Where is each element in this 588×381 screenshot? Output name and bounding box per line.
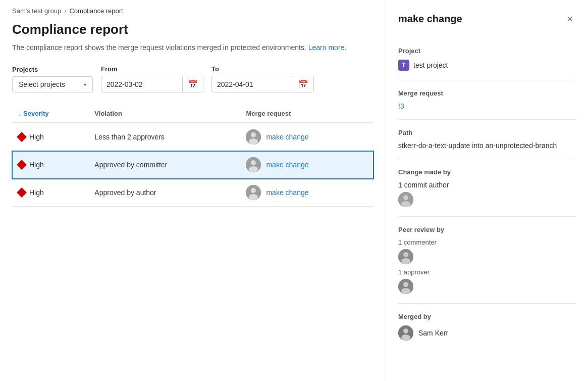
- panel-merged-by-section: Merged by Sam Kerr: [398, 304, 576, 350]
- from-label: From: [101, 65, 203, 73]
- high-severity-icon: [17, 132, 27, 142]
- svg-point-5: [249, 166, 258, 172]
- svg-point-20: [401, 335, 410, 341]
- filters-row: Projects Select projects ▾ From 📅 To 📅: [12, 65, 373, 92]
- from-filter: From 📅: [101, 65, 203, 92]
- col-merge-request[interactable]: Merge request: [240, 105, 373, 123]
- table-row[interactable]: HighLess than 2 approvers make change: [12, 123, 373, 151]
- project-label: Project: [398, 47, 576, 55]
- row-avatar: [246, 157, 261, 172]
- projects-label: Projects: [12, 66, 93, 73]
- svg-point-10: [403, 195, 408, 200]
- merge-request-label: Merge request: [398, 89, 576, 97]
- project-icon: T: [398, 60, 409, 71]
- col-severity[interactable]: ↓ Severity: [12, 105, 88, 123]
- merge-request-link[interactable]: make change: [266, 161, 308, 169]
- severity-cell: High: [12, 123, 88, 151]
- row-avatar: [246, 185, 261, 200]
- merged-by-name: Sam Kerr: [418, 329, 448, 337]
- severity-value: High: [29, 133, 44, 141]
- learn-more-link[interactable]: Learn more.: [308, 43, 346, 52]
- close-button[interactable]: ×: [564, 12, 576, 26]
- peer-review-commenter-sub: 1 commenter: [398, 239, 576, 246]
- peer-review-approver-sub: 1 approver: [398, 268, 576, 276]
- to-label: To: [211, 65, 314, 73]
- svg-point-2: [249, 138, 258, 145]
- left-panel: Sam's test group › Compliance report Com…: [0, 0, 386, 381]
- table-row[interactable]: HighApproved by committer make change: [12, 151, 373, 179]
- merge-request-cell: make change: [240, 151, 373, 179]
- severity-value: High: [29, 188, 44, 197]
- projects-select-value: Select projects: [19, 80, 65, 88]
- svg-point-16: [403, 282, 408, 287]
- change-made-by-sub: 1 commit author: [398, 181, 576, 189]
- peer-review-commenter-avatar: [398, 249, 413, 264]
- merged-by-label: Merged by: [398, 313, 576, 320]
- compliance-table: ↓ Severity Violation Merge request HighL…: [12, 105, 373, 207]
- to-date-input[interactable]: [212, 77, 293, 92]
- svg-point-14: [401, 258, 410, 264]
- peer-review-approver-avatar: [398, 279, 413, 294]
- path-label: Path: [398, 129, 576, 136]
- to-calendar-icon[interactable]: 📅: [293, 76, 313, 92]
- from-date-wrap: 📅: [101, 76, 203, 92]
- breadcrumb-current: Compliance report: [69, 7, 123, 15]
- merged-by-avatar: [398, 325, 413, 341]
- high-severity-icon: [17, 187, 27, 198]
- project-badge: T test project: [398, 60, 576, 71]
- panel-title: make change: [398, 13, 462, 25]
- project-name: test project: [413, 61, 448, 69]
- projects-select-button[interactable]: Select projects ▾: [12, 76, 93, 92]
- breadcrumb-separator: ›: [64, 7, 66, 15]
- table-row[interactable]: HighApproved by author make change: [12, 179, 373, 207]
- svg-point-13: [403, 252, 408, 257]
- page-title: Compliance report: [12, 22, 373, 37]
- from-date-input[interactable]: [101, 77, 182, 92]
- merge-request-link[interactable]: make change: [266, 133, 308, 141]
- path-value: stkerr-do-a-text-update into an-unprotec…: [398, 141, 576, 150]
- svg-point-4: [251, 160, 256, 165]
- change-made-by-avatar-row: [398, 192, 576, 207]
- severity-cell: High: [12, 151, 88, 179]
- change-made-by-label: Change made by: [398, 168, 576, 176]
- breadcrumb: Sam's test group › Compliance report: [12, 0, 373, 22]
- panel-peer-review-section: Peer review by 1 commenter 1 approver: [398, 217, 576, 304]
- projects-filter: Projects Select projects ▾: [12, 66, 93, 92]
- panel-merge-request-section: Merge request !3: [398, 80, 576, 120]
- svg-point-1: [251, 132, 256, 137]
- panel-change-made-by-section: Change made by 1 commit author: [398, 159, 576, 217]
- chevron-down-icon: ▾: [84, 82, 86, 87]
- merge-request-cell: make change: [240, 123, 373, 151]
- violation-cell: Approved by committer: [88, 151, 240, 179]
- merge-request-link[interactable]: !3: [398, 102, 404, 110]
- peer-review-approver-avatar-row: [398, 279, 576, 294]
- right-panel: make change × Project T test project Mer…: [386, 0, 588, 381]
- to-filter: To 📅: [211, 65, 314, 92]
- page-description: The compliance report shows the merge re…: [12, 42, 373, 53]
- panel-project-section: Project T test project: [398, 38, 576, 80]
- svg-point-11: [401, 201, 410, 207]
- merged-by-row: Sam Kerr: [398, 325, 576, 341]
- peer-review-commenter-avatar-row: [398, 249, 576, 264]
- violation-cell: Less than 2 approvers: [88, 123, 240, 151]
- col-violation[interactable]: Violation: [88, 105, 240, 123]
- severity-value: High: [29, 161, 44, 169]
- panel-header: make change ×: [398, 12, 576, 26]
- merge-request-link[interactable]: make change: [266, 188, 308, 197]
- svg-point-7: [251, 188, 256, 193]
- svg-point-17: [401, 288, 410, 294]
- from-calendar-icon[interactable]: 📅: [182, 76, 203, 92]
- severity-cell: High: [12, 179, 88, 207]
- high-severity-icon: [17, 160, 27, 170]
- row-avatar: [246, 129, 261, 145]
- to-date-wrap: 📅: [211, 76, 314, 92]
- panel-path-section: Path stkerr-do-a-text-update into an-unp…: [398, 120, 576, 159]
- breadcrumb-group-link[interactable]: Sam's test group: [12, 7, 61, 15]
- merge-request-cell: make change: [240, 179, 373, 207]
- change-made-by-avatar: [398, 192, 413, 207]
- violation-cell: Approved by author: [88, 179, 240, 207]
- svg-point-8: [249, 194, 258, 200]
- peer-review-label: Peer review by: [398, 226, 576, 233]
- svg-point-19: [403, 328, 408, 334]
